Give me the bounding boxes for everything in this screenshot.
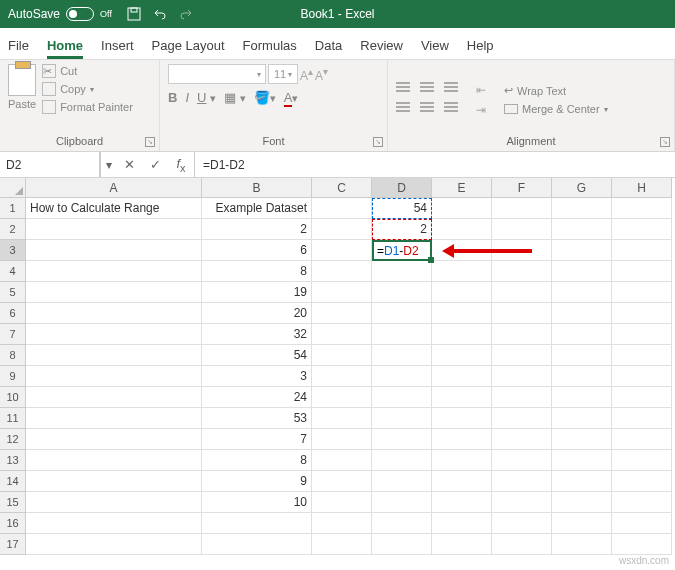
undo-icon[interactable] [152, 6, 168, 22]
select-all-corner[interactable] [0, 178, 26, 198]
tab-file[interactable]: File [8, 38, 29, 59]
cell-E2[interactable] [432, 219, 492, 240]
cell-G12[interactable] [552, 429, 612, 450]
cell-C13[interactable] [312, 450, 372, 471]
cell-C7[interactable] [312, 324, 372, 345]
cell-A17[interactable] [26, 534, 202, 555]
cell-C16[interactable] [312, 513, 372, 534]
cell-C14[interactable] [312, 471, 372, 492]
wrap-text-button[interactable]: ↩Wrap Text [504, 84, 608, 97]
cell-F8[interactable] [492, 345, 552, 366]
cell-A3[interactable] [26, 240, 202, 261]
col-header-C[interactable]: C [312, 178, 372, 198]
cell-D17[interactable] [372, 534, 432, 555]
alignment-dialog-launcher[interactable]: ↘ [660, 137, 670, 147]
cell-B5[interactable]: 19 [202, 282, 312, 303]
cell-D9[interactable] [372, 366, 432, 387]
cell-G2[interactable] [552, 219, 612, 240]
paste-button[interactable]: Paste [8, 64, 36, 135]
cell-F9[interactable] [492, 366, 552, 387]
redo-icon[interactable] [178, 6, 194, 22]
row-header[interactable]: 2 [0, 219, 26, 240]
tab-home[interactable]: Home [47, 38, 83, 59]
cell-G5[interactable] [552, 282, 612, 303]
row-header[interactable]: 9 [0, 366, 26, 387]
row-header[interactable]: 8 [0, 345, 26, 366]
row-header[interactable]: 11 [0, 408, 26, 429]
row-header[interactable]: 7 [0, 324, 26, 345]
cut-button[interactable]: ✂Cut [42, 64, 133, 78]
cell-B4[interactable]: 8 [202, 261, 312, 282]
col-header-G[interactable]: G [552, 178, 612, 198]
cell-E5[interactable] [432, 282, 492, 303]
cell-A5[interactable] [26, 282, 202, 303]
row-header[interactable]: 15 [0, 492, 26, 513]
decrease-font-icon[interactable]: A▾ [315, 66, 328, 83]
italic-button[interactable]: I [185, 90, 189, 105]
decrease-indent-button[interactable]: ⇤ [476, 83, 486, 97]
cell-G8[interactable] [552, 345, 612, 366]
cell-C5[interactable] [312, 282, 372, 303]
cell-H10[interactable] [612, 387, 672, 408]
cell-D16[interactable] [372, 513, 432, 534]
cell-C2[interactable] [312, 219, 372, 240]
cell-B2[interactable]: 2 [202, 219, 312, 240]
row-header[interactable]: 12 [0, 429, 26, 450]
alignment-grid[interactable] [396, 82, 462, 118]
cell-H17[interactable] [612, 534, 672, 555]
cell-D7[interactable] [372, 324, 432, 345]
insert-function-button[interactable]: fx [168, 156, 194, 174]
cell-B7[interactable]: 32 [202, 324, 312, 345]
cell-C3[interactable] [312, 240, 372, 261]
cell-E14[interactable] [432, 471, 492, 492]
cell-F2[interactable] [492, 219, 552, 240]
cell-G17[interactable] [552, 534, 612, 555]
cell-B11[interactable]: 53 [202, 408, 312, 429]
cell-B14[interactable]: 9 [202, 471, 312, 492]
save-icon[interactable] [126, 6, 142, 22]
cell-F10[interactable] [492, 387, 552, 408]
border-button[interactable]: ▦ ▾ [224, 90, 246, 105]
formula-input[interactable]: =D1-D2 [195, 152, 675, 177]
cell-D2[interactable]: 2 [372, 219, 432, 240]
cell-E17[interactable] [432, 534, 492, 555]
cell-B15[interactable]: 10 [202, 492, 312, 513]
clipboard-dialog-launcher[interactable]: ↘ [145, 137, 155, 147]
bold-button[interactable]: B [168, 90, 177, 105]
cell-E6[interactable] [432, 303, 492, 324]
cell-G4[interactable] [552, 261, 612, 282]
cell-D8[interactable] [372, 345, 432, 366]
cell-E15[interactable] [432, 492, 492, 513]
cell-D4[interactable] [372, 261, 432, 282]
cell-A15[interactable] [26, 492, 202, 513]
cell-D10[interactable] [372, 387, 432, 408]
col-header-A[interactable]: A [26, 178, 202, 198]
cell-A4[interactable] [26, 261, 202, 282]
cell-G10[interactable] [552, 387, 612, 408]
format-painter-button[interactable]: Format Painter [42, 100, 133, 114]
col-header-D[interactable]: D [372, 178, 432, 198]
cell-H9[interactable] [612, 366, 672, 387]
cell-E11[interactable] [432, 408, 492, 429]
name-box[interactable]: D2 [0, 152, 100, 177]
row-header[interactable]: 4 [0, 261, 26, 282]
cell-F11[interactable] [492, 408, 552, 429]
cell-A13[interactable] [26, 450, 202, 471]
cell-D5[interactable] [372, 282, 432, 303]
cell-E12[interactable] [432, 429, 492, 450]
cell-G13[interactable] [552, 450, 612, 471]
cell-A7[interactable] [26, 324, 202, 345]
cell-C8[interactable] [312, 345, 372, 366]
cell-G7[interactable] [552, 324, 612, 345]
cell-E16[interactable] [432, 513, 492, 534]
cell-F7[interactable] [492, 324, 552, 345]
cell-B9[interactable]: 3 [202, 366, 312, 387]
row-header[interactable]: 13 [0, 450, 26, 471]
tab-insert[interactable]: Insert [101, 38, 134, 59]
cell-A6[interactable] [26, 303, 202, 324]
cell-B12[interactable]: 7 [202, 429, 312, 450]
cell-F15[interactable] [492, 492, 552, 513]
cell-A2[interactable] [26, 219, 202, 240]
cell-F5[interactable] [492, 282, 552, 303]
cell-F12[interactable] [492, 429, 552, 450]
